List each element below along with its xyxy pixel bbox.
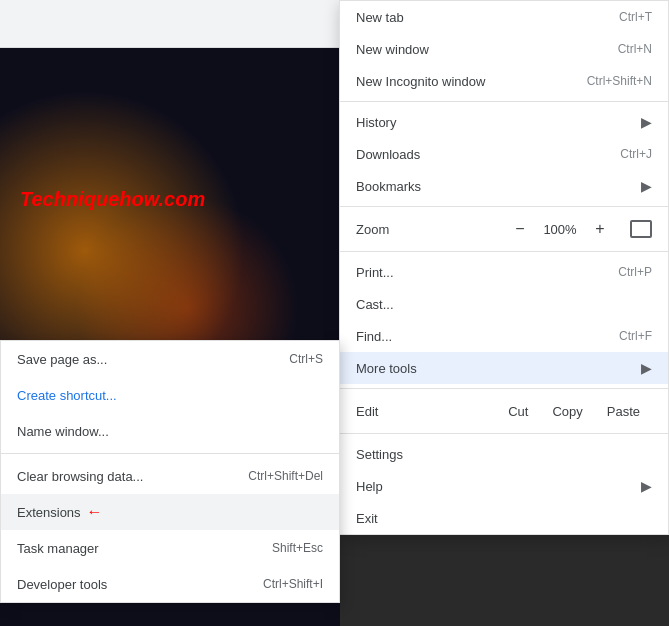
menu-new-window[interactable]: New window Ctrl+N bbox=[340, 33, 668, 65]
menu-divider-1 bbox=[340, 101, 668, 102]
edit-row: Edit Cut Copy Paste bbox=[340, 393, 668, 429]
zoom-row: Zoom − 100% + bbox=[340, 211, 668, 247]
menu-history[interactable]: History ▶ bbox=[340, 106, 668, 138]
menu-downloads[interactable]: Downloads Ctrl+J bbox=[340, 138, 668, 170]
submenu-create-shortcut[interactable]: Create shortcut... bbox=[1, 377, 339, 413]
menu-bookmarks[interactable]: Bookmarks ▶ bbox=[340, 170, 668, 202]
submenu-task-manager[interactable]: Task manager Shift+Esc bbox=[1, 530, 339, 566]
menu-print[interactable]: Print... Ctrl+P bbox=[340, 256, 668, 288]
menu-new-incognito[interactable]: New Incognito window Ctrl+Shift+N bbox=[340, 65, 668, 97]
menu-new-tab[interactable]: New tab Ctrl+T bbox=[340, 1, 668, 33]
menu-help[interactable]: Help ▶ bbox=[340, 470, 668, 502]
chrome-menu: New tab Ctrl+T New window Ctrl+N New Inc… bbox=[339, 0, 669, 535]
menu-divider-5 bbox=[340, 433, 668, 434]
edit-buttons: Cut Copy Paste bbox=[496, 400, 652, 423]
zoom-in-button[interactable]: + bbox=[586, 215, 614, 243]
cut-button[interactable]: Cut bbox=[496, 400, 540, 423]
submenu-save-page[interactable]: Save page as... Ctrl+S bbox=[1, 341, 339, 377]
more-tools-arrow-icon: ▶ bbox=[641, 360, 652, 376]
menu-more-tools[interactable]: More tools ▶ bbox=[340, 352, 668, 384]
submenu-divider bbox=[1, 453, 339, 454]
more-tools-submenu: Save page as... Ctrl+S Create shortcut..… bbox=[0, 340, 340, 603]
menu-exit[interactable]: Exit bbox=[340, 502, 668, 534]
menu-settings[interactable]: Settings bbox=[340, 438, 668, 470]
menu-cast[interactable]: Cast... bbox=[340, 288, 668, 320]
bookmarks-arrow-icon: ▶ bbox=[641, 178, 652, 194]
zoom-controls: − 100% + bbox=[506, 215, 652, 243]
menu-divider-3 bbox=[340, 251, 668, 252]
paste-button[interactable]: Paste bbox=[595, 400, 652, 423]
submenu-extensions[interactable]: Extensions ← bbox=[1, 494, 339, 530]
site-title: Techniquehow.com bbox=[20, 188, 205, 211]
menu-find[interactable]: Find... Ctrl+F bbox=[340, 320, 668, 352]
help-arrow-icon: ▶ bbox=[641, 478, 652, 494]
menu-divider-4 bbox=[340, 388, 668, 389]
submenu-name-window[interactable]: Name window... bbox=[1, 413, 339, 449]
submenu-clear-browsing[interactable]: Clear browsing data... Ctrl+Shift+Del bbox=[1, 458, 339, 494]
copy-button[interactable]: Copy bbox=[540, 400, 594, 423]
zoom-out-button[interactable]: − bbox=[506, 215, 534, 243]
fullscreen-button[interactable] bbox=[630, 220, 652, 238]
menu-divider-2 bbox=[340, 206, 668, 207]
arrow-icon: ▶ bbox=[641, 114, 652, 130]
red-arrow-icon: ← bbox=[87, 503, 103, 521]
zoom-value: 100% bbox=[542, 222, 578, 237]
submenu-developer-tools[interactable]: Developer tools Ctrl+Shift+I bbox=[1, 566, 339, 602]
